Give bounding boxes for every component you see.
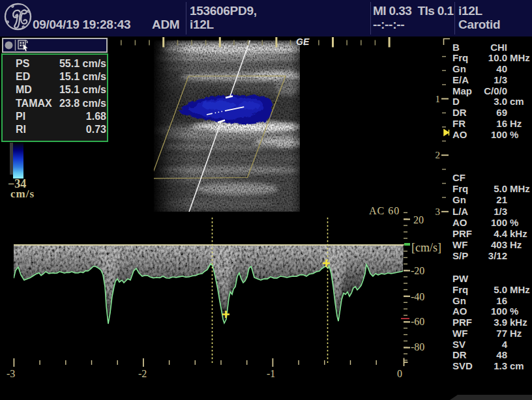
svg-text:2: 2: [436, 150, 441, 160]
svg-text:3: 3: [436, 207, 441, 217]
svg-text:1: 1: [436, 94, 441, 104]
